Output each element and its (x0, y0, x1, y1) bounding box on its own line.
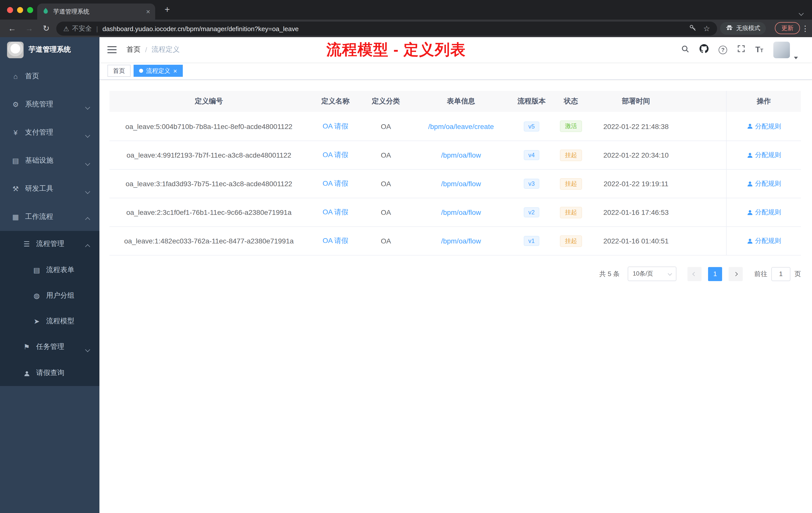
breadcrumb: 首页 / 流程定义 (126, 45, 180, 54)
version-badge: v2 (524, 207, 539, 217)
user-group-icon: ◍ (32, 292, 41, 299)
sidebar-item-process-form[interactable]: ▤ 流程表单 (0, 257, 99, 282)
column-header: 表单信息 (409, 91, 513, 112)
sidebar-item-workflow[interactable]: ▦ 工作流程 (0, 203, 99, 231)
active-dot (139, 69, 143, 73)
cell-category: OA (362, 170, 409, 198)
zoom-window-button[interactable] (27, 7, 33, 13)
breadcrumb-home[interactable]: 首页 (126, 45, 141, 54)
forward-icon[interactable]: → (24, 24, 34, 33)
url-text: dashboard.yudao.iocoder.cn/bpm/manager/d… (103, 25, 298, 32)
column-header: 定义名称 (308, 91, 362, 112)
status-badge: 激活 (560, 120, 582, 132)
help-icon[interactable]: ? (719, 46, 727, 54)
cell-definition-id: oa_leave:1:482ec033-762a-11ec-8477-a2380… (110, 227, 308, 255)
definition-name-link[interactable]: OA 请假 (323, 208, 348, 217)
cell-deploy-time: 2022-01-22 19:19:11 (591, 170, 680, 198)
home-icon: ⌂ (11, 72, 20, 80)
definition-table: 定义编号定义名称定义分类表单信息流程版本状态部署时间操作 oa_leave:5:… (110, 91, 801, 255)
cell-definition-id: oa_leave:5:004b710b-7b8a-11ec-8ef0-acde4… (110, 112, 308, 141)
hamburger-icon[interactable] (108, 46, 116, 53)
devtools-icon: ⚒ (11, 185, 20, 193)
table-row: oa_leave:2:3c1f0ef1-76b1-11ec-9c66-a2380… (110, 198, 801, 227)
fullscreen-icon[interactable] (737, 45, 745, 55)
github-icon[interactable] (699, 44, 708, 55)
tags-bar: 首页 流程定义 × (99, 62, 812, 80)
pagination: 共 5 条 10条/页 1 前往 页 (110, 267, 801, 281)
incognito-icon (726, 24, 733, 33)
payment-icon: ¥ (11, 128, 20, 137)
definition-name-link[interactable]: OA 请假 (323, 122, 348, 131)
form-link[interactable]: /bpm/oa/flow (441, 151, 481, 159)
person-icon (747, 152, 753, 158)
person-icon (747, 180, 753, 187)
minimize-window-button[interactable] (17, 7, 23, 13)
avatar[interactable] (773, 41, 790, 58)
browser-menu-icon[interactable]: ⋮ (802, 24, 809, 33)
definition-name-link[interactable]: OA 请假 (323, 236, 348, 245)
current-page-button[interactable]: 1 (708, 267, 722, 281)
app-logo (7, 41, 24, 58)
cell-deploy-time: 2022-01-16 17:46:53 (591, 198, 680, 227)
new-tab-button[interactable]: + (162, 4, 173, 16)
version-badge: v1 (524, 236, 539, 246)
prev-page-button[interactable] (688, 267, 701, 281)
sidebar-item-infrastructure[interactable]: ▤ 基础设施 (0, 147, 99, 175)
cell-category: OA (362, 198, 409, 227)
assign-rule-link[interactable]: 分配规则 (747, 151, 781, 160)
close-window-button[interactable] (7, 7, 13, 13)
chevron-up-icon (85, 244, 90, 249)
sidebar-item-system[interactable]: ⚙ 系统管理 (0, 90, 99, 118)
form-link[interactable]: /bpm/oa/flow (441, 180, 481, 188)
assign-rule-link[interactable]: 分配规则 (747, 179, 781, 188)
search-icon[interactable] (681, 44, 690, 55)
chevron-up-icon (85, 217, 90, 222)
key-icon[interactable] (689, 24, 696, 33)
cell-category: OA (362, 227, 409, 255)
sidebar-item-user-group[interactable]: ◍ 用户分组 (0, 282, 99, 308)
bookmark-star-icon[interactable]: ☆ (703, 24, 710, 33)
browser-toolbar: ← → ↻ ⚠ 不安全 | dashboard.yudao.iocoder.cn… (0, 20, 812, 37)
person-icon (747, 238, 753, 244)
sidebar-item-task-manage[interactable]: ⚑ 任务管理 (0, 334, 99, 360)
font-size-icon[interactable]: TT (755, 45, 763, 54)
cell-category: OA (362, 141, 409, 169)
sidebar-item-home[interactable]: ⌂ 首页 (0, 62, 99, 90)
main-area: 首页 / 流程定义 流程模型 - 定义列表 ? TT (99, 37, 812, 513)
browser-tab-strip: 芋道管理系统 × + (0, 0, 812, 20)
tab-close-icon[interactable]: × (146, 7, 150, 16)
avatar-dropdown-icon[interactable] (794, 57, 798, 59)
tab-search-icon[interactable] (800, 8, 803, 17)
column-header: 操作 (726, 91, 801, 112)
assign-rule-link[interactable]: 分配规则 (747, 122, 781, 131)
browser-tab[interactable]: 芋道管理系统 × (37, 3, 155, 20)
breadcrumb-current: 流程定义 (152, 45, 180, 54)
tag-close-icon[interactable]: × (173, 67, 177, 74)
cell-definition-id: oa_leave:2:3c1f0ef1-76b1-11ec-9c66-a2380… (110, 198, 308, 227)
address-bar[interactable]: ⚠ 不安全 | dashboard.yudao.iocoder.cn/bpm/m… (56, 22, 717, 36)
cell-definition-id: oa_leave:3:1fad3d93-7b75-11ec-a3c8-acde4… (110, 170, 308, 198)
definition-name-link[interactable]: OA 请假 (323, 179, 348, 188)
page-size-select[interactable]: 10条/页 (628, 267, 676, 281)
back-icon[interactable]: ← (7, 24, 17, 33)
form-link[interactable]: /bpm/oa/leave/create (428, 122, 494, 130)
sidebar-item-process-model[interactable]: ➤ 流程模型 (0, 308, 99, 334)
goto-page-input[interactable] (771, 267, 790, 281)
reload-icon[interactable]: ↻ (41, 24, 51, 33)
security-label: 不安全 (72, 24, 92, 33)
tab-title: 芋道管理系统 (53, 7, 142, 16)
browser-update-button[interactable]: 更新 (775, 22, 800, 34)
tag-home[interactable]: 首页 (108, 65, 130, 77)
next-page-button[interactable] (729, 267, 743, 281)
assign-rule-link[interactable]: 分配规则 (747, 236, 781, 245)
assign-rule-link[interactable]: 分配规则 (747, 208, 781, 217)
sidebar-item-payment[interactable]: ¥ 支付管理 (0, 118, 99, 147)
sidebar-item-leave-query[interactable]: 请假查询 (0, 360, 99, 386)
sidebar-item-devtools[interactable]: ⚒ 研发工具 (0, 175, 99, 203)
form-link[interactable]: /bpm/oa/flow (441, 237, 481, 245)
tag-process-definition[interactable]: 流程定义 × (134, 65, 182, 77)
form-link[interactable]: /bpm/oa/flow (441, 208, 481, 216)
workflow-icon: ▦ (11, 213, 20, 221)
sidebar-item-process-manage[interactable]: ☰ 流程管理 (0, 231, 99, 257)
definition-name-link[interactable]: OA 请假 (323, 151, 348, 160)
